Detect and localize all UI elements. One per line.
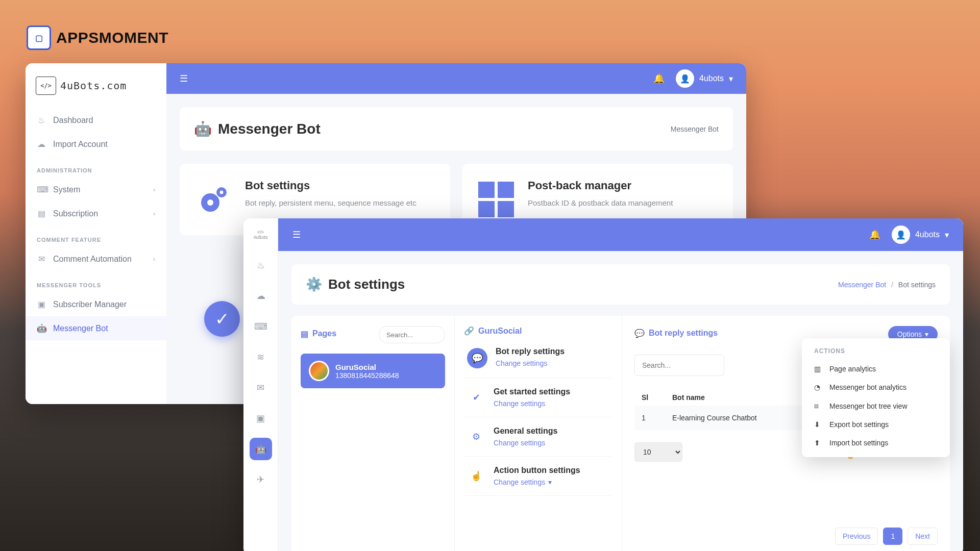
page-title: Messenger Bot xyxy=(218,121,321,137)
breadcrumb-root[interactable]: Messenger Bot xyxy=(838,281,886,289)
settings-row-bot-reply[interactable]: 💬 Bot reply settings Change settings xyxy=(464,338,612,378)
ticket-icon: ▤ xyxy=(37,209,46,218)
user-menu[interactable]: 👤 4ubots ▾ xyxy=(892,226,949,244)
card-subtitle: Bot reply, persistent menu, sequence mes… xyxy=(245,197,416,209)
table-row[interactable]: 1 E-learning Course Chatbot xyxy=(634,406,828,430)
settings-row-sub: Change settings xyxy=(496,359,565,367)
chevron-right-icon: › xyxy=(153,210,155,217)
iconbar-comment[interactable]: ✉ xyxy=(250,377,272,399)
avatar-icon: 👤 xyxy=(892,226,910,244)
column-head-bot-reply: 💬 Bot reply settings xyxy=(634,329,718,338)
column-gurusocial: 🔗 GuruSocial 💬 Bot reply settings Change… xyxy=(455,316,622,551)
grid-icon xyxy=(476,179,517,220)
action-export-bot-settings[interactable]: ⬇Export bot settings xyxy=(802,415,950,434)
cell-bot-name: E-learning Course Chatbot xyxy=(672,414,757,422)
chevron-right-icon: › xyxy=(153,186,155,193)
reply-search-input[interactable] xyxy=(634,355,724,376)
sidebar-item-subscriber-manager[interactable]: ▣ Subscriber Manager xyxy=(26,292,166,316)
user-menu[interactable]: 👤 4ubots ▾ xyxy=(676,69,733,88)
chevron-down-icon: ▾ xyxy=(729,74,733,84)
iconbar-system[interactable]: ⌨ xyxy=(250,315,272,338)
notifications-icon[interactable]: 🔔 xyxy=(869,229,880,240)
page-item-gurusocial[interactable]: GuruSocial 1380818445288648 xyxy=(301,354,445,388)
gears-icon xyxy=(193,179,234,220)
sidebar-item-import-account[interactable]: ☁ Import Account xyxy=(26,132,166,156)
cloud-upload-icon: ☁ xyxy=(37,139,46,149)
breadcrumb-current: Bot settings xyxy=(898,281,936,289)
menu-toggle-icon[interactable]: ☰ xyxy=(180,73,188,84)
iconbar-subscriber[interactable]: ▣ xyxy=(250,407,272,430)
table-header: Sl Bot name xyxy=(634,389,828,406)
settings-row-action-button[interactable]: ☝ Action button settings Change settings… xyxy=(464,457,612,496)
pager-page-1[interactable]: 1 xyxy=(883,528,902,545)
chevron-down-icon: ▾ xyxy=(925,330,928,338)
sidebar-item-system[interactable]: ⌨ System › xyxy=(26,178,166,202)
iconbar-messenger-bot[interactable]: 🤖 xyxy=(250,438,272,460)
laptop-icon: ⌨ xyxy=(37,185,46,194)
settings-row-title: Action button settings xyxy=(494,466,580,475)
coins-icon: ≋ xyxy=(257,352,264,363)
address-card-icon: ▣ xyxy=(37,299,46,309)
column-head-pages: ▤ Pages xyxy=(301,329,336,339)
iconbar-subscription[interactable]: ≋ xyxy=(250,346,272,368)
sidebar-item-messenger-bot[interactable]: 🤖 Messenger Bot xyxy=(26,316,166,340)
menu-toggle-icon[interactable]: ☰ xyxy=(292,229,301,240)
dropdown-heading: ACTIONS xyxy=(802,347,950,360)
sidebar-item-label: Subscriber Manager xyxy=(53,300,127,309)
sidebar-item-label: System xyxy=(53,185,80,194)
page-id: 1380818445288648 xyxy=(335,371,399,380)
icon-sidebar: </> 4uBots ♨ ☁ ⌨ ≋ ✉ ▣ 🤖 ✈ xyxy=(243,218,278,551)
sidebar-heading-administration: ADMINISTRATION xyxy=(26,156,166,178)
avatar-icon: 👤 xyxy=(676,69,694,88)
comments-icon: ✉ xyxy=(37,254,46,264)
iconbar-send[interactable]: ✈ xyxy=(250,468,272,491)
options-dropdown: ACTIONS ▥Page analytics ◔Messenger bot a… xyxy=(802,338,950,457)
action-import-bot-settings[interactable]: ⬆Import bot settings xyxy=(802,434,950,452)
topbar: ☰ 🔔 👤 4ubots ▾ xyxy=(166,63,746,94)
main-panel: ☰ 🔔 👤 4ubots ▾ ⚙️ Bot settings Messenger… xyxy=(278,218,963,551)
sidebar: </> 4uBots.com ♨ Dashboard ☁ Import Acco… xyxy=(26,63,166,404)
settings-row-general[interactable]: ⚙ General settings Change settings xyxy=(464,417,612,457)
iconbar-import[interactable]: ☁ xyxy=(250,285,272,307)
action-messenger-bot-analytics[interactable]: ◔Messenger bot analytics xyxy=(802,378,950,396)
sidebar-item-dashboard[interactable]: ♨ Dashboard xyxy=(26,108,166,132)
action-page-analytics[interactable]: ▥Page analytics xyxy=(802,360,950,378)
iconbar-dashboard[interactable]: ♨ xyxy=(250,254,272,277)
page-avatar xyxy=(309,361,329,381)
chat-icon: 💬 xyxy=(467,348,487,368)
sidebar-item-label: Comment Automation xyxy=(53,255,132,264)
pagesize-select[interactable]: 10 xyxy=(634,442,682,462)
chevron-down-icon: ▾ xyxy=(548,478,552,486)
sidebar-item-comment-automation[interactable]: ✉ Comment Automation › xyxy=(26,247,166,271)
settings-row-title: Bot reply settings xyxy=(496,347,565,356)
settings-row-sub: Change settings xyxy=(494,399,570,408)
pager-next-button[interactable]: Next xyxy=(908,528,938,545)
page-name: GuruSocial xyxy=(335,363,399,371)
paper-plane-icon: ✈ xyxy=(257,474,264,485)
settings-row-sub: Change settings ▾ xyxy=(494,478,580,486)
brand-bar: ▢ APPSMOMENT xyxy=(27,26,168,50)
chevron-right-icon: › xyxy=(153,256,155,263)
chevron-down-icon: ▾ xyxy=(945,230,949,240)
code-icon: </> xyxy=(36,77,56,95)
user-label: 4ubots xyxy=(699,74,724,83)
pager-prev-button[interactable]: Previous xyxy=(835,528,878,545)
column-pages: ▤ Pages GuruSocial 1380818445288648 xyxy=(291,316,455,551)
page-title: Bot settings xyxy=(328,277,405,292)
sidebar-item-subscription[interactable]: ▤ Subscription › xyxy=(26,202,166,226)
settings-row-title: Get started settings xyxy=(494,387,570,396)
breadcrumb: Messenger Bot / Bot settings xyxy=(838,281,936,289)
pages-search-input[interactable] xyxy=(379,326,445,343)
address-card-icon: ▣ xyxy=(256,413,265,424)
workarea: ▤ Pages GuruSocial 1380818445288648 🔗 xyxy=(291,316,950,551)
notifications-icon[interactable]: 🔔 xyxy=(653,73,665,84)
bar-chart-icon: ▥ xyxy=(814,365,822,373)
sidebar-heading-messenger-tools: MESSENGER TOOLS xyxy=(26,271,166,292)
file-export-icon: ⬇ xyxy=(814,420,822,429)
pointer-icon: ☝ xyxy=(467,467,485,485)
action-messenger-bot-tree-view[interactable]: ⧇Messenger bot tree view xyxy=(802,396,950,415)
mini-brand: </> 4uBots xyxy=(253,223,267,246)
settings-row-get-started[interactable]: ✔ Get started settings Change settings xyxy=(464,378,612,417)
check-circle-icon: ✔ xyxy=(467,388,485,407)
sidebar-brand-text: 4uBots.com xyxy=(60,80,127,92)
